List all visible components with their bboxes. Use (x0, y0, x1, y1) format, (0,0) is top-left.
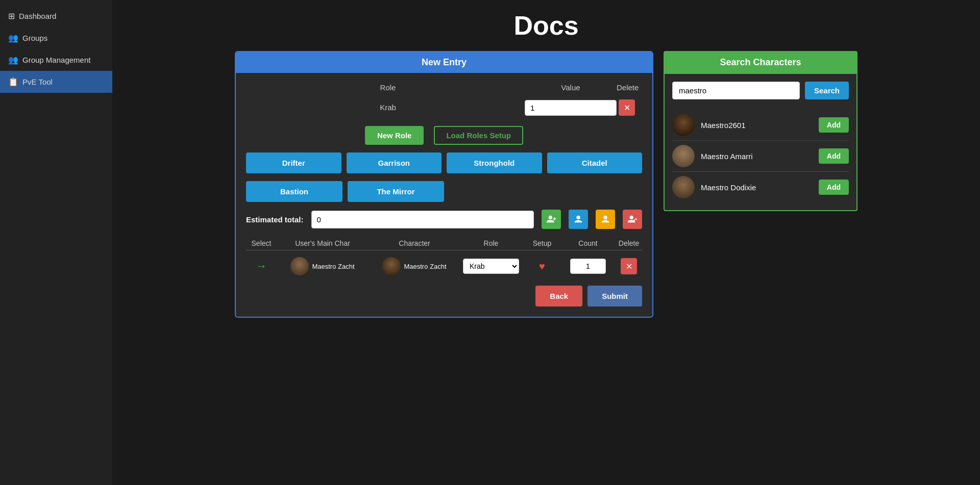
main-content: Docs New Entry Role Value Delete Krab (112, 0, 980, 485)
col-main-char: User's Main Char (277, 239, 369, 247)
delete-col-label: Delete (617, 83, 637, 92)
new-role-button[interactable]: New Role (365, 126, 424, 145)
col-count: Count (562, 239, 614, 247)
search-result-maestro2601: Maestro2601 Add (672, 110, 849, 141)
search-input-row: Search (672, 82, 849, 99)
role-dropdown[interactable]: Krab (463, 259, 519, 274)
role-value-input[interactable] (525, 100, 617, 116)
role-name-krab: Krab (380, 103, 396, 112)
krab-role-row: Krab ✕ (246, 97, 642, 118)
role-buttons-row: New Role Load Roles Setup (246, 126, 642, 145)
fleet-btn-bastion[interactable]: Bastion (246, 181, 342, 202)
content-area: New Entry Role Value Delete Krab (128, 51, 965, 318)
user-blue-button[interactable] (569, 210, 588, 229)
fleet-btn-stronghold[interactable]: Stronghold (447, 152, 542, 173)
add-user-green-button[interactable] (542, 210, 561, 229)
col-select: Select (246, 239, 277, 247)
table-header: Select User's Main Char Character Role S… (246, 237, 642, 250)
role-delete-button[interactable]: ✕ (619, 99, 635, 116)
col-character: Character (369, 239, 460, 247)
character-avatar (382, 257, 401, 275)
main-char-name: Maestro Zacht (312, 263, 354, 270)
add-button-2[interactable]: Add (819, 148, 849, 164)
search-result-maestro-dodixie: Maestro Dodixie Add (672, 172, 849, 202)
remove-user-red-button[interactable] (623, 210, 642, 229)
sidebar-item-pve-tool[interactable]: 📋 PvE Tool (0, 71, 112, 93)
sidebar-label-group-management: Group Management (22, 56, 90, 64)
search-panel-body: Search Maestro2601 Add Maestro Amarri Ad… (664, 74, 857, 211)
groups-icon: 👥 (8, 33, 18, 43)
search-avatar-1 (672, 114, 695, 136)
add-button-3[interactable]: Add (819, 180, 849, 195)
search-name-2: Maestro Amarri (701, 152, 813, 161)
search-name-1: Maestro2601 (701, 121, 813, 130)
pve-tool-icon: 📋 (8, 77, 18, 87)
estimated-total-input[interactable] (311, 211, 534, 228)
main-char-cell: Maestro Zacht (277, 257, 369, 275)
col-setup: Setup (522, 239, 562, 247)
sidebar: ⊞ Dashboard 👥 Groups 👥 Group Management … (0, 0, 112, 485)
role-value-header: Role Value Delete (246, 83, 642, 97)
back-button[interactable]: Back (535, 286, 582, 307)
load-roles-button[interactable]: Load Roles Setup (434, 126, 523, 145)
table-row: → Maestro Zacht Maestro Zacht (246, 254, 642, 278)
sidebar-item-groups[interactable]: 👥 Groups (0, 27, 112, 49)
row-delete-cell: ✕ (614, 258, 644, 274)
search-panel: Search Characters Search Maestro2601 Add… (664, 51, 857, 211)
sidebar-item-dashboard[interactable]: ⊞ Dashboard (0, 5, 112, 27)
search-button[interactable]: Search (805, 82, 849, 99)
fleet-btn-drifter[interactable]: Drifter (246, 152, 341, 173)
select-arrow-icon[interactable]: → (256, 260, 267, 273)
value-col-label: Value (525, 83, 617, 92)
row-delete-button[interactable]: ✕ (621, 258, 637, 274)
character-name: Maestro Zacht (404, 263, 446, 270)
estimated-row: Estimated total: (246, 210, 642, 229)
user-orange-button[interactable] (596, 210, 615, 229)
page-title: Docs (128, 10, 965, 41)
main-char-avatar (290, 257, 309, 275)
new-entry-body: Role Value Delete Krab ✕ (236, 73, 652, 317)
heart-icon[interactable]: ♥ (539, 261, 545, 272)
count-cell (562, 259, 614, 274)
search-input[interactable] (672, 82, 800, 99)
setup-cell: ♥ (522, 261, 562, 272)
role-cell: Krab (460, 259, 522, 274)
search-result-maestro-amarri: Maestro Amarri Add (672, 141, 849, 172)
submit-button[interactable]: Submit (587, 286, 642, 307)
search-avatar-2 (672, 145, 695, 167)
sidebar-label-groups: Groups (22, 34, 47, 42)
fleet-buttons-row2: Bastion The Mirror (246, 181, 444, 202)
add-button-1[interactable]: Add (819, 117, 849, 133)
dashboard-icon: ⊞ (8, 11, 15, 21)
new-entry-header: New Entry (236, 52, 652, 73)
group-management-icon: 👥 (8, 55, 18, 65)
role-col-label: Role (251, 83, 525, 92)
fleet-btn-mirror[interactable]: The Mirror (348, 181, 444, 202)
col-delete: Delete (614, 239, 644, 247)
search-avatar-3 (672, 176, 695, 198)
select-cell: → (246, 260, 277, 273)
sidebar-label-pve-tool: PvE Tool (22, 78, 53, 86)
search-panel-header: Search Characters (664, 51, 857, 74)
search-name-3: Maestro Dodixie (701, 183, 813, 192)
fleet-buttons-grid: Drifter Garrison Stronghold Citadel (246, 152, 642, 173)
sidebar-label-dashboard: Dashboard (19, 12, 56, 20)
count-input[interactable] (570, 259, 606, 274)
character-cell: Maestro Zacht (369, 257, 460, 275)
fleet-btn-citadel[interactable]: Citadel (547, 152, 643, 173)
estimated-label: Estimated total: (246, 215, 304, 224)
col-role: Role (460, 239, 522, 247)
sidebar-item-group-management[interactable]: 👥 Group Management (0, 49, 112, 71)
new-entry-panel: New Entry Role Value Delete Krab (235, 51, 653, 318)
action-buttons-row: Back Submit (246, 286, 642, 307)
fleet-btn-garrison[interactable]: Garrison (347, 152, 442, 173)
